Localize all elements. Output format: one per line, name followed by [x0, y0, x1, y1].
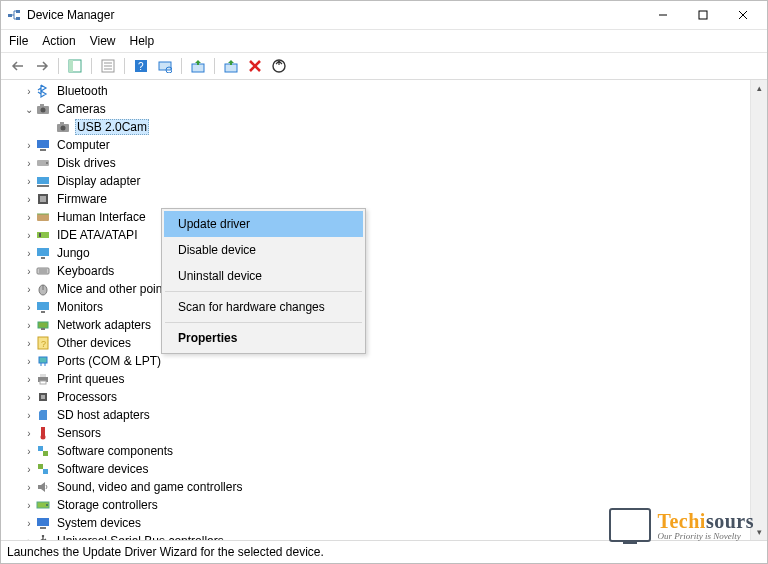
- tree-node-processors[interactable]: › Processors: [3, 388, 767, 406]
- tree-node-human-interface[interactable]: › Human Interface: [3, 208, 767, 226]
- forward-button[interactable]: [31, 56, 53, 76]
- tree-node-sound[interactable]: › Sound, video and game controllers: [3, 478, 767, 496]
- watermark-text: Techisours Our Priority is Novelty: [657, 510, 754, 541]
- expand-icon[interactable]: ›: [23, 230, 35, 241]
- tree-label: SD host adapters: [55, 408, 152, 422]
- expand-icon[interactable]: ›: [23, 518, 35, 529]
- processor-icon: [35, 389, 51, 405]
- tree-node-display-adapters[interactable]: › Display adapter: [3, 172, 767, 190]
- menu-update-driver[interactable]: Update driver: [164, 211, 363, 237]
- update-driver-button[interactable]: [187, 56, 209, 76]
- tree-node-firmware[interactable]: › Firmware: [3, 190, 767, 208]
- expand-icon[interactable]: ›: [23, 302, 35, 313]
- toolbar-separator: [181, 58, 182, 74]
- title-bar: Device Manager: [1, 1, 767, 30]
- expand-icon[interactable]: ›: [23, 212, 35, 223]
- back-button[interactable]: [7, 56, 29, 76]
- tree-label: Processors: [55, 390, 119, 404]
- scan-hardware-button[interactable]: [154, 56, 176, 76]
- tree-node-mice[interactable]: › Mice and other pointing devices: [3, 280, 767, 298]
- vertical-scrollbar[interactable]: ▴ ▾: [750, 80, 767, 540]
- expand-icon[interactable]: ›: [23, 284, 35, 295]
- system-icon: [35, 515, 51, 531]
- expand-icon[interactable]: ›: [23, 374, 35, 385]
- menu-scan-hardware[interactable]: Scan for hardware changes: [164, 294, 363, 320]
- expand-icon[interactable]: ›: [23, 194, 35, 205]
- uninstall-device-button[interactable]: [244, 56, 266, 76]
- tree-node-sw-devices[interactable]: › Software devices: [3, 460, 767, 478]
- scroll-up-button[interactable]: ▴: [751, 80, 767, 96]
- tree-node-ide[interactable]: › IDE ATA/ATAPI: [3, 226, 767, 244]
- minimize-button[interactable]: [643, 3, 683, 27]
- disable-device-button[interactable]: [220, 56, 242, 76]
- expand-icon[interactable]: ›: [23, 338, 35, 349]
- tree-node-disk-drives[interactable]: › Disk drives: [3, 154, 767, 172]
- expand-icon[interactable]: ›: [23, 248, 35, 259]
- tree-node-keyboards[interactable]: › Keyboards: [3, 262, 767, 280]
- expand-icon[interactable]: ›: [23, 500, 35, 511]
- expand-icon[interactable]: ›: [23, 266, 35, 277]
- expand-icon[interactable]: ›: [23, 356, 35, 367]
- tree-node-jungo[interactable]: › Jungo: [3, 244, 767, 262]
- menu-action[interactable]: Action: [42, 34, 75, 48]
- tree-node-monitors[interactable]: › Monitors: [3, 298, 767, 316]
- tree-label: Computer: [55, 138, 112, 152]
- tree-node-usb-camera[interactable]: › USB 2.0Cam: [3, 118, 767, 136]
- monitor-icon: [35, 245, 51, 261]
- tree-label: IDE ATA/ATAPI: [55, 228, 139, 242]
- svg-rect-32: [37, 177, 49, 184]
- tree-label: Other devices: [55, 336, 133, 350]
- expand-icon[interactable]: ›: [23, 176, 35, 187]
- tree-node-sd-host[interactable]: › SD host adapters: [3, 406, 767, 424]
- tree-node-other[interactable]: › ? Other devices: [3, 334, 767, 352]
- expand-icon[interactable]: ›: [23, 446, 35, 457]
- expand-icon[interactable]: ›: [23, 140, 35, 151]
- svg-point-26: [61, 126, 66, 131]
- device-tree[interactable]: › Bluetooth ⌄ Cameras › USB 2.0Cam › Com…: [1, 80, 767, 541]
- tree-node-bluetooth[interactable]: › Bluetooth: [3, 82, 767, 100]
- window-controls: [643, 3, 763, 27]
- expand-icon[interactable]: ›: [23, 320, 35, 331]
- help-button[interactable]: ?: [130, 56, 152, 76]
- menu-uninstall-device[interactable]: Uninstall device: [164, 263, 363, 289]
- expand-icon[interactable]: ›: [23, 482, 35, 493]
- tree-label: USB 2.0Cam: [75, 119, 149, 135]
- camera-icon: [35, 101, 51, 117]
- svg-rect-60: [41, 395, 45, 399]
- tree-label: Bluetooth: [55, 84, 110, 98]
- tree-node-computer[interactable]: › Computer: [3, 136, 767, 154]
- enable-device-button[interactable]: [268, 56, 290, 76]
- expand-icon[interactable]: ›: [23, 536, 35, 542]
- tree-node-cameras[interactable]: ⌄ Cameras: [3, 100, 767, 118]
- tree-node-sw-components[interactable]: › Software components: [3, 442, 767, 460]
- svg-text:?: ?: [138, 61, 144, 72]
- menu-help[interactable]: Help: [130, 34, 155, 48]
- toolbar-separator: [214, 58, 215, 74]
- tree-node-print-queues[interactable]: › Print queues: [3, 370, 767, 388]
- close-button[interactable]: [723, 3, 763, 27]
- svg-rect-48: [41, 311, 45, 313]
- tree-node-network[interactable]: › Network adapters: [3, 316, 767, 334]
- expand-icon[interactable]: ›: [23, 410, 35, 421]
- expand-icon[interactable]: ›: [23, 86, 35, 97]
- menu-file[interactable]: File: [9, 34, 28, 48]
- svg-rect-24: [40, 104, 44, 106]
- expand-icon[interactable]: ›: [23, 428, 35, 439]
- menu-view[interactable]: View: [90, 34, 116, 48]
- network-icon: [35, 317, 51, 333]
- context-menu: Update driver Disable device Uninstall d…: [161, 208, 366, 354]
- expand-icon[interactable]: ›: [23, 392, 35, 403]
- menu-properties[interactable]: Properties: [164, 325, 363, 351]
- menu-disable-device[interactable]: Disable device: [164, 237, 363, 263]
- maximize-button[interactable]: [683, 3, 723, 27]
- expand-icon[interactable]: ›: [23, 158, 35, 169]
- tree-node-ports[interactable]: › Ports (COM & LPT): [3, 352, 767, 370]
- tree-label: Print queues: [55, 372, 126, 386]
- show-hide-tree-button[interactable]: [64, 56, 86, 76]
- tree-node-sensors[interactable]: › Sensors: [3, 424, 767, 442]
- properties-button[interactable]: [97, 56, 119, 76]
- collapse-icon[interactable]: ⌄: [23, 104, 35, 115]
- svg-rect-58: [40, 381, 46, 384]
- sw-component-icon: [35, 443, 51, 459]
- expand-icon[interactable]: ›: [23, 464, 35, 475]
